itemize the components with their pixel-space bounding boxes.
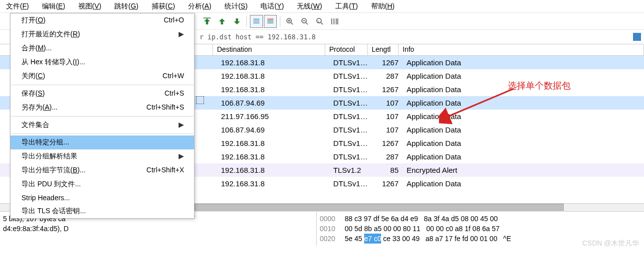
cell-destination: 192.168.31.8: [217, 139, 329, 147]
hex-row[interactable]: 000088 c3 97 df 5e 6a d4 e9 8a 3f 4a d5 …: [320, 214, 641, 224]
hex-bytes: 00 5d 8b a5 00 00 80 11 00 00 c0 a8 1f 0…: [345, 224, 500, 234]
menu-item-label: 保存(S): [21, 89, 45, 98]
cell-info: Application Data: [403, 179, 644, 188]
svg-rect-3: [253, 22, 259, 23]
cell-protocol: TLSv1.2: [329, 166, 372, 174]
menu-item[interactable]: 合并(M)...: [10, 41, 194, 55]
svg-text:1: 1: [318, 19, 320, 22]
cell-protocol: DTLSv1…: [329, 112, 372, 121]
go-first-icon[interactable]: [201, 15, 214, 28]
cell-destination: 106.87.94.69: [217, 126, 329, 134]
menu-stats[interactable]: 统计(S): [222, 1, 250, 12]
menu-item-label: 导出分组字节流(B)...: [21, 166, 85, 175]
col-destination[interactable]: Destination: [213, 44, 325, 55]
col-info[interactable]: Info: [399, 44, 644, 55]
menu-item[interactable]: 从 Hex 转储导入(I)...: [10, 55, 194, 69]
menu-tools[interactable]: 工具(T): [333, 1, 360, 12]
menu-item[interactable]: 导出分组字节流(B)...Ctrl+Shift+X: [10, 163, 194, 177]
hex-offset: 0020: [320, 234, 345, 244]
menu-help[interactable]: 帮助(H): [369, 1, 397, 12]
zoom-reset-icon[interactable]: 1: [313, 15, 326, 28]
cell-destination: 192.168.31.8: [217, 58, 329, 67]
menu-shortcut: Ctrl+O: [164, 16, 184, 25]
menu-analyze[interactable]: 分析(A): [186, 1, 214, 12]
svg-rect-4: [267, 18, 273, 19]
menu-shortcut: Ctrl+W: [163, 72, 184, 81]
menu-item[interactable]: 导出 PDU 到文件...: [10, 177, 194, 191]
file-menu-dropdown: 打开(O)Ctrl+O打开最近的文件(R)▶合并(M)...从 Hex 转储导入…: [10, 13, 195, 219]
menu-capture[interactable]: 捕获(C): [150, 1, 177, 12]
menu-shortcut: Ctrl+Shift+S: [147, 103, 184, 112]
menu-item-label: 文件集合: [21, 121, 49, 130]
menu-item-label: 导出分组解析结果: [21, 152, 77, 161]
menu-item[interactable]: 导出分组解析结果▶: [10, 149, 194, 163]
menu-wireless[interactable]: 无线(W): [295, 1, 324, 12]
menu-shortcut: Ctrl+S: [165, 89, 184, 98]
menu-go[interactable]: 跳转(G): [112, 1, 140, 12]
filter-bookmark-icon[interactable]: [633, 33, 641, 41]
cell-protocol: DTLSv1…: [329, 126, 372, 134]
cell-destination: 192.168.31.8: [217, 166, 329, 174]
resize-cols-icon[interactable]: [328, 15, 341, 28]
menu-bar: 文件(F) 编辑(E) 视图(V) 跳转(G) 捕获(C) 分析(A) 统计(S…: [0, 0, 644, 13]
cell-protocol: DTLSv1…: [329, 58, 372, 67]
cell-protocol: DTLSv1…: [329, 85, 372, 94]
menu-telephony[interactable]: 电话(Y): [258, 1, 286, 12]
hex-bytes: 88 c3 97 df 5e 6a d4 e9 8a 3f 4a d5 08 0…: [345, 214, 498, 224]
menu-item[interactable]: 打开最近的文件(R)▶: [10, 27, 194, 41]
svg-rect-6: [267, 22, 273, 23]
cell-length: 107: [372, 126, 403, 134]
menu-file[interactable]: 文件(F): [4, 1, 31, 12]
hex-bytes: ce 33 00 49 a8 a7 17 fe fd 00 01 00 ^E: [381, 234, 511, 244]
menu-item[interactable]: 保存(S)Ctrl+S: [10, 87, 194, 101]
cell-destination: 192.168.31.8: [217, 72, 329, 80]
autoscroll-icon[interactable]: [250, 15, 263, 28]
menu-separator: [11, 85, 194, 85]
cell-length: 85: [372, 166, 403, 174]
zoom-out-icon[interactable]: [298, 15, 311, 28]
col-length[interactable]: Lengtl: [368, 44, 399, 55]
hex-bytes: 5e 45: [345, 234, 364, 244]
watermark: CSDN @木世凡华: [582, 239, 639, 248]
svg-rect-17: [331, 18, 332, 24]
hex-row[interactable]: 001000 5d 8b a5 00 00 80 11 00 00 c0 a8 …: [320, 224, 641, 234]
cell-info: Application Data: [403, 152, 644, 161]
svg-line-15: [321, 22, 323, 24]
svg-rect-2: [253, 20, 259, 21]
cell-info: Application Data: [403, 139, 644, 147]
menu-item[interactable]: 另存为(A)...Ctrl+Shift+S: [10, 101, 194, 115]
display-filter-input[interactable]: [197, 31, 631, 42]
menu-item[interactable]: 打开(O)Ctrl+O: [10, 13, 194, 27]
colorize-icon[interactable]: [264, 15, 277, 28]
cell-length: 107: [372, 99, 403, 107]
cell-destination: 192.168.31.8: [217, 85, 329, 94]
cell-protocol: DTLSv1…: [329, 72, 372, 80]
menu-edit[interactable]: 编辑(E): [40, 1, 67, 12]
zoom-in-icon[interactable]: [283, 15, 296, 28]
cell-length: 1267: [372, 139, 403, 147]
go-up-icon[interactable]: [215, 15, 228, 28]
menu-item[interactable]: Strip Headers...: [10, 191, 194, 204]
cell-destination: 106.87.94.69: [217, 99, 329, 107]
go-down-icon[interactable]: [230, 15, 243, 28]
menu-item-label: 打开(O): [21, 16, 45, 25]
menu-item[interactable]: 导出 TLS 会话密钥...: [10, 204, 194, 218]
menu-view[interactable]: 视图(V): [76, 1, 104, 12]
cell-info: Application Data: [403, 112, 644, 121]
cell-protocol: DTLSv1…: [329, 179, 372, 188]
menu-item[interactable]: 关闭(C)Ctrl+W: [10, 69, 194, 83]
cell-length: 1267: [372, 179, 403, 188]
menu-separator: [11, 133, 194, 134]
col-protocol[interactable]: Protocol: [325, 44, 368, 55]
menu-item[interactable]: 导出特定分组...: [10, 135, 194, 149]
menu-item-label: 另存为(A)...: [21, 103, 57, 112]
menu-item-label: 导出 TLS 会话密钥...: [21, 207, 86, 216]
cell-protocol: DTLSv1…: [329, 152, 372, 161]
cell-length: 107: [372, 112, 403, 121]
hex-offset: 0010: [320, 224, 345, 234]
svg-rect-20: [337, 18, 338, 24]
cell-length: 1267: [372, 58, 403, 67]
svg-rect-18: [334, 18, 335, 24]
menu-item[interactable]: 文件集合▶: [10, 118, 194, 132]
svg-rect-19: [336, 18, 337, 24]
